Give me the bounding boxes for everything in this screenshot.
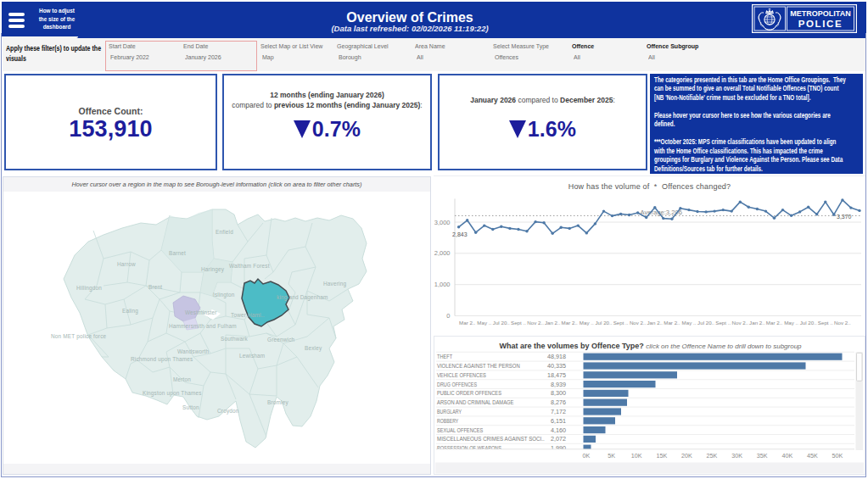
svg-text:May ..: May .. [682,320,697,326]
svg-text:Jan 2..: Jan 2.. [647,320,664,326]
svg-text:Enfield: Enfield [216,229,233,235]
svg-text:POLICE: POLICE [798,19,843,29]
svg-text:Bexley: Bexley [305,345,322,352]
svg-text:VIOLENCE AGAINST THE PERSON: VIOLENCE AGAINST THE PERSON [437,363,520,369]
svg-text:VEHICLE OFFENCES: VEHICLE OFFENCES [437,372,486,378]
svg-text:Nov 2..: Nov 2.. [731,320,748,326]
svg-text:BURGLARY: BURGLARY [437,409,462,415]
svg-text:2,000: 2,000 [434,249,451,257]
svg-text:ROBBERY: ROBBERY [437,418,459,424]
svg-text:Richmond upon Thames: Richmond upon Thames [131,356,193,363]
svg-text:May ..: May .. [580,320,594,326]
svg-text:0K: 0K [583,452,591,460]
svg-text:Jul 20..: Jul 20.. [697,320,714,326]
svg-text:Mar 2..: Mar 2.. [664,320,680,326]
svg-text:3,000: 3,000 [434,219,451,226]
svg-text:Sept ..: Sept .. [818,320,833,326]
svg-text:Ealing: Ealing [122,308,138,315]
svg-text:Hillingdon: Hillingdon [76,285,102,292]
svg-text:0: 0 [446,312,450,320]
svg-text:Kingston upon Thames: Kingston upon Thames [143,390,202,397]
svg-text:May ..: May .. [477,320,491,326]
svg-text:25K: 25K [707,452,718,460]
svg-text:Jul 20..: Jul 20.. [800,320,817,326]
svg-text:8,276: 8,276 [551,398,566,406]
svg-text:40K: 40K [781,452,792,460]
svg-text:Southwark: Southwark [221,336,249,342]
svg-text:30K: 30K [731,452,742,460]
svg-text:Mar 2..: Mar 2.. [562,320,579,326]
svg-text:Croydon: Croydon [217,408,239,415]
svg-text:Havering: Havering [323,281,346,287]
svg-text:4,160: 4,160 [551,426,566,434]
svg-text:Nov 2..: Nov 2.. [630,320,647,326]
svg-text:Hammersmith and Fulham: Hammersmith and Fulham [169,323,237,329]
svg-text:Haringey: Haringey [201,266,225,273]
svg-text:DRUG OFFENCES: DRUG OFFENCES [437,382,477,387]
svg-text:45K: 45K [807,452,818,460]
svg-text:Jul 20..: Jul 20.. [596,320,613,326]
svg-text:Greenwich: Greenwich [267,337,295,343]
svg-text:Tower Haml..: Tower Haml.. [231,312,265,318]
svg-text:Jul 20..: Jul 20.. [493,320,510,326]
svg-text:king and Dagenham: king and Dagenham [277,294,328,301]
svg-text:1,000: 1,000 [434,281,451,288]
svg-text:35K: 35K [757,452,768,460]
svg-text:15K: 15K [656,452,667,460]
svg-text:PUBLIC ORDER OFFENCES: PUBLIC ORDER OFFENCES [437,390,501,396]
svg-text:Jan 2..: Jan 2.. [749,320,765,326]
svg-text:3,370: 3,370 [837,214,852,220]
svg-text:Sept ..: Sept .. [715,320,731,326]
svg-text:Jan 2..: Jan 2.. [545,320,561,326]
svg-text:Mar 2..: Mar 2.. [766,320,783,326]
svg-text:ARSON AND CRIMINAL DAMAGE: ARSON AND CRIMINAL DAMAGE [437,399,514,405]
svg-text:May ..: May .. [784,320,798,326]
svg-text:Mar 2..: Mar 2.. [459,320,476,326]
svg-text:Bromley: Bromley [267,399,288,406]
svg-text:2,843: 2,843 [452,231,468,237]
svg-text:48,918: 48,918 [547,353,566,360]
svg-text:40,335: 40,335 [547,362,566,370]
svg-text:Nov 2..: Nov 2.. [834,320,851,326]
svg-text:8,300: 8,300 [551,389,566,397]
svg-text:5K: 5K [608,452,615,460]
svg-text:6,151: 6,151 [551,417,566,425]
svg-text:Islington: Islington [213,292,235,298]
svg-text:Sutton: Sutton [182,404,199,410]
svg-text:Sept ..: Sept .. [613,320,629,326]
svg-text:Barnet: Barnet [169,250,186,256]
svg-text:THEFT: THEFT [437,354,453,359]
svg-text:Harrow: Harrow [117,261,136,267]
svg-text:Non MET police force: Non MET police force [51,333,107,340]
svg-text:Waltham Forest: Waltham Forest [229,263,270,269]
svg-text:8,939: 8,939 [551,381,566,388]
svg-text:50K: 50K [832,452,843,460]
svg-text:Brent: Brent [148,284,162,290]
svg-text:Nov 2..: Nov 2.. [527,320,544,326]
svg-text:2,072: 2,072 [551,435,566,443]
svg-text:SEXUAL OFFENCES: SEXUAL OFFENCES [437,427,484,433]
svg-text:Westminster: Westminster [185,309,217,315]
svg-text:Wandsworth: Wandsworth [177,348,210,354]
svg-text:MISCELLANEOUS CRIMES AGAINST S: MISCELLANEOUS CRIMES AGAINST SOCI.. [437,436,545,442]
svg-text:20K: 20K [681,452,692,460]
svg-text:Sept ..: Sept .. [511,320,526,326]
svg-text:7,172: 7,172 [551,408,566,415]
svg-text:18,475: 18,475 [547,371,566,379]
svg-text:Merton: Merton [173,376,191,382]
svg-text:METROPOLITAN: METROPOLITAN [790,9,850,18]
svg-text:Lewisham: Lewisham [239,353,265,359]
svg-text:10K: 10K [631,452,642,460]
